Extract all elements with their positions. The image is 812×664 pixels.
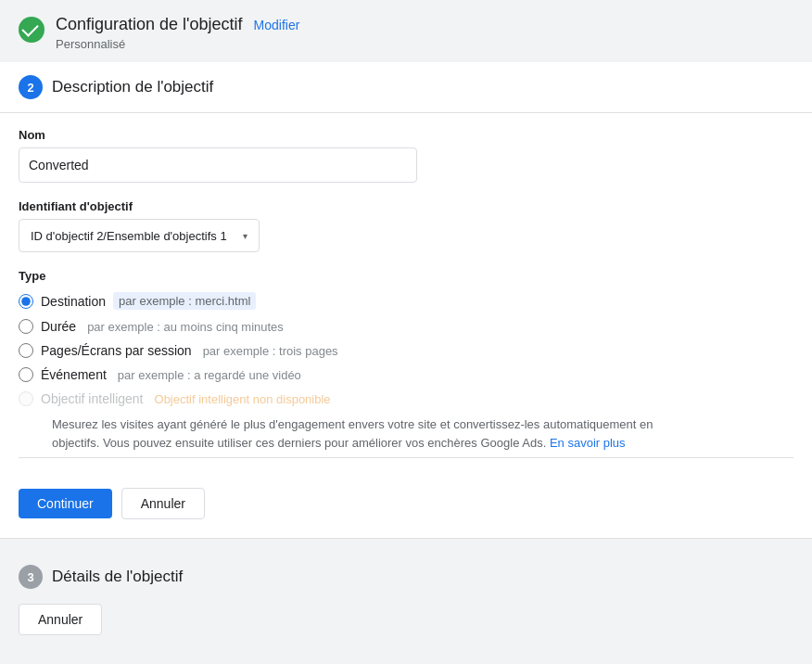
- identifiant-value: ID d'objectif 2/Ensemble d'objectifs 1: [31, 229, 227, 243]
- radio-destination-input[interactable]: [19, 294, 33, 309]
- identifiant-field-group: Identifiant d'objectif ID d'objectif 2/E…: [0, 199, 812, 252]
- config-content: Configuration de l'objectif Modifier Per…: [56, 15, 793, 51]
- type-section: Type Destination par exemple : merci.htm…: [0, 269, 812, 488]
- section3-divider: [0, 538, 812, 539]
- step3-circle: 3: [19, 565, 43, 589]
- type-label: Type: [19, 269, 793, 283]
- radio-smart-input: [19, 391, 33, 406]
- section2-title: Description de l'objectif: [52, 78, 213, 96]
- radio-pages-input[interactable]: [19, 343, 33, 358]
- chevron-down-icon: ▾: [243, 231, 247, 241]
- config-subtitle: Personnalisé: [56, 37, 793, 51]
- form-body: Nom Identifiant d'objectif ID d'objectif…: [0, 113, 812, 538]
- smart-hint: Objectif intelligent non disponible: [155, 392, 331, 406]
- radio-destination: Destination par exemple : merci.html: [19, 292, 793, 310]
- config-title: Configuration de l'objectif: [56, 15, 243, 34]
- nom-label: Nom: [19, 128, 793, 142]
- duree-hint: par exemple : au moins cinq minutes: [87, 320, 284, 334]
- button-row: Continuer Annuler: [0, 488, 812, 538]
- section3-title: Détails de l'objectif: [52, 568, 183, 586]
- smart-learn-more-link[interactable]: En savoir plus: [550, 436, 626, 450]
- radio-duree: Durée par exemple : au moins cinq minute…: [19, 319, 793, 334]
- radio-smart: Objectif intelligent Objectif intelligen…: [19, 391, 793, 406]
- divider: [19, 457, 793, 458]
- radio-evenement-input[interactable]: [19, 367, 33, 382]
- smart-goal-description: Mesurez les visites ayant généré le plus…: [52, 415, 701, 452]
- modifier-link[interactable]: Modifier: [254, 18, 300, 32]
- radio-pages-label[interactable]: Pages/Écrans par session: [41, 343, 192, 358]
- config-title-row: Configuration de l'objectif Modifier: [56, 15, 793, 34]
- section2-header: 2 Description de l'objectif: [0, 62, 812, 113]
- check-circle-icon: [19, 17, 44, 43]
- page-wrapper: Configuration de l'objectif Modifier Per…: [0, 0, 812, 635]
- footer-annuler-button[interactable]: Annuler: [19, 604, 102, 635]
- radio-destination-label[interactable]: Destination: [41, 294, 106, 309]
- nom-input[interactable]: [19, 147, 417, 183]
- section3-header: 3 Détails de l'objectif: [0, 552, 812, 604]
- identifiant-dropdown[interactable]: ID d'objectif 2/Ensemble d'objectifs 1 ▾: [19, 219, 260, 252]
- radio-duree-label[interactable]: Durée: [41, 319, 76, 334]
- section-config: Configuration de l'objectif Modifier Per…: [0, 0, 812, 62]
- identifiant-label: Identifiant d'objectif: [19, 199, 793, 213]
- pages-hint: par exemple : trois pages: [203, 344, 338, 358]
- section3-wrapper: 3 Détails de l'objectif: [0, 538, 812, 604]
- radio-evenement-label[interactable]: Événement: [41, 367, 107, 382]
- radio-pages: Pages/Écrans par session par exemple : t…: [19, 343, 793, 358]
- radio-evenement: Événement par exemple : a regardé une vi…: [19, 367, 793, 382]
- destination-hint: par exemple : merci.html: [113, 292, 256, 310]
- continuer-button[interactable]: Continuer: [19, 489, 112, 518]
- nom-field-group: Nom: [0, 128, 812, 183]
- annuler-button[interactable]: Annuler: [121, 488, 205, 519]
- evenement-hint: par exemple : a regardé une vidéo: [118, 368, 301, 382]
- section-description-wrapper: 2 Description de l'objectif Nom Identifi…: [0, 62, 812, 538]
- footer-annuler-row: Annuler: [0, 604, 812, 635]
- radio-duree-input[interactable]: [19, 319, 33, 334]
- step2-circle: 2: [19, 75, 43, 99]
- radio-smart-label: Objectif intelligent: [41, 391, 144, 406]
